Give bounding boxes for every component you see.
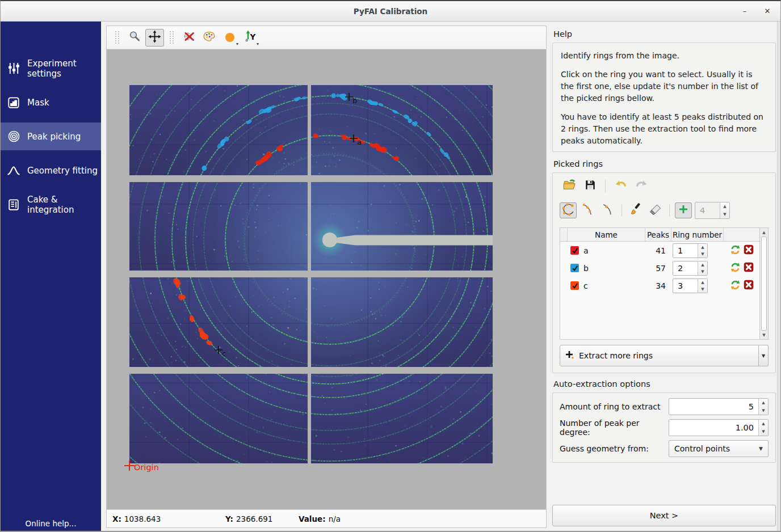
remove-marker-button[interactable] [179,29,198,47]
eraser-tool-button[interactable] [647,202,664,218]
table-row[interactable]: c 34 3 ▲▼ [560,277,759,294]
marker-color-button[interactable]: ▾ [220,29,239,47]
pan-tool-button[interactable] [145,29,164,47]
scroll-up-icon[interactable]: ▲ [760,228,768,237]
spin-up-icon[interactable]: ▲ [698,244,707,251]
delete-ring-button[interactable] [744,244,754,256]
redo-icon [635,178,649,195]
new-ring-number-spinbox[interactable]: 4 ▲▼ [695,202,730,219]
ring-number-spinbox[interactable]: 3 ▲▼ [673,278,708,293]
new-ring-number-value: 4 [695,202,720,218]
ring-peaks-count: 41 [645,242,671,259]
delete-ring-button[interactable] [744,280,754,292]
diffraction-image[interactable]: abcOrigin [107,49,543,506]
redo-button[interactable] [633,178,650,194]
crosshair-remove-icon [182,29,196,45]
ring-visibility-checkbox[interactable] [570,264,579,272]
y-axis-orientation-button[interactable]: aY ▾ [241,29,259,47]
eraser-icon [649,202,662,218]
extract-options-dropdown[interactable]: ▼ [759,345,769,366]
spin-up-icon[interactable]: ▲ [698,261,707,268]
peak-tool-button[interactable] [599,202,616,218]
minimize-button[interactable]: – [740,7,750,15]
ring-visibility-checkbox[interactable] [570,281,579,290]
refresh-ring-button[interactable] [730,262,741,275]
svg-text:Y: Y [249,32,255,41]
ring-visibility-checkbox[interactable] [570,246,579,255]
refresh-ring-button[interactable] [730,280,741,292]
table-header-rowindex [560,228,568,241]
spin-up-icon[interactable]: ▲ [759,420,768,428]
zoom-icon [128,30,141,45]
save-button[interactable] [582,178,599,194]
spin-down-icon[interactable]: ▼ [759,428,768,436]
peak-curve-icon [7,164,20,178]
table-header-name[interactable]: Name [568,228,645,241]
delete-ring-button[interactable] [744,262,754,274]
brush-icon [629,202,643,218]
spin-up-icon[interactable]: ▲ [720,202,729,210]
open-button[interactable] [561,178,578,194]
status-y-coordinate: Y:2366.691 [225,514,299,523]
ring-amount-value: 5 [669,399,758,415]
content-area: Experiment settings Mask Peak picking [1,22,780,532]
pan-icon [148,30,161,45]
table-row[interactable]: b 57 2 ▲▼ [560,259,759,277]
ring-number-spinbox[interactable]: 2 ▲▼ [673,261,708,276]
sidebar-item-mask[interactable]: Mask [1,88,101,116]
next-button[interactable]: Next > [552,505,776,526]
spin-down-icon[interactable]: ▼ [759,407,768,415]
undo-button[interactable] [612,178,629,194]
guess-geometry-combobox[interactable]: Control points ▼ [669,440,769,457]
option-label: Number of peak per degree: [560,419,669,437]
extract-more-rings-button[interactable]: Extract more rings [560,345,759,366]
toolbar-separator [605,180,606,192]
picked-rings-table: Name Peaks Ring number a 41 [560,227,769,340]
sidebar-item-cake-integration[interactable]: Cake & integration [1,191,101,218]
ring-tool-button[interactable] [560,202,577,218]
close-button[interactable]: ✕ [762,7,772,15]
panel-scrollbar[interactable] [777,22,781,532]
sidebar-item-peak-picking[interactable]: Peak picking [1,123,101,150]
diffraction-image-canvas[interactable]: abcOrigin [107,49,546,509]
refresh-ring-button[interactable] [730,244,741,257]
add-ring-button[interactable] [675,202,692,218]
table-row[interactable]: a 41 1 ▲▼ [560,242,759,259]
colormap-button[interactable] [200,29,219,47]
arc-tool-button[interactable] [580,202,597,218]
spin-down-icon[interactable]: ▼ [720,210,729,218]
table-header-peaks[interactable]: Peaks [645,228,671,241]
ring-amount-spinbox[interactable]: 5 ▲▼ [669,398,769,415]
spin-down-icon[interactable]: ▼ [698,251,707,257]
ring-number-spinbox[interactable]: 1 ▲▼ [673,243,708,258]
spin-down-icon[interactable]: ▼ [698,286,707,293]
toolbar-drag-handle[interactable] [170,31,174,44]
marker-color-icon [225,33,234,42]
sidebar-item-geometry-fitting[interactable]: Geometry fitting [1,157,101,184]
spin-up-icon[interactable]: ▲ [698,279,707,286]
zoom-tool-button[interactable] [125,29,144,47]
extract-more-rings-label: Extract more rings [579,351,653,360]
peak-per-degree-spinbox[interactable]: 1.00 ▲▼ [669,419,769,436]
toolbar-drag-handle[interactable] [115,31,119,44]
sidebar-item-experiment-settings[interactable]: Experiment settings [1,54,101,82]
online-help-link[interactable]: Online help... [1,519,101,528]
right-panel: Help Identify rings from the image. Clic… [552,22,776,532]
spin-up-icon[interactable]: ▲ [759,399,768,407]
spin-arrows[interactable]: ▲▼ [720,202,729,218]
scroll-down-icon[interactable]: ▼ [760,331,768,339]
extract-more-rings-row: Extract more rings ▼ [560,345,769,366]
spin-down-icon[interactable]: ▼ [698,268,707,275]
auto-extraction-section-title: Auto-extraction options [553,379,776,389]
chevron-down-icon: ▼ [759,446,763,451]
option-row: Guess geometry from: Control points ▼ [560,440,769,457]
option-label: Amount of ring to extract [560,402,669,411]
status-pixel-value: Value:n/a [299,514,341,523]
ring-peaks-count: 34 [645,277,671,294]
title-bar: PyFAI Calibration – ✕ [1,1,780,22]
brush-tool-button[interactable] [627,202,644,218]
chevron-down-icon: ▼ [762,353,765,358]
table-header-ring-number[interactable]: Ring number [671,228,724,241]
scrollbar-thumb[interactable] [761,237,767,331]
table-scrollbar[interactable]: ▲ ▼ [759,228,768,339]
